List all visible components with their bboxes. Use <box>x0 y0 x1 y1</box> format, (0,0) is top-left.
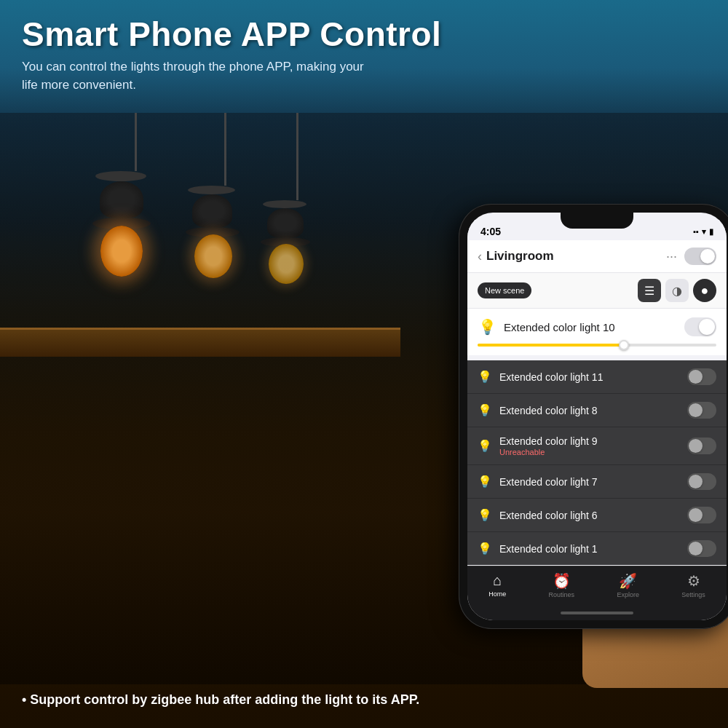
bottom-note: • Support control by zigbee hub after ad… <box>22 692 706 708</box>
lamp-chain-1 <box>120 113 151 277</box>
list-view-button[interactable]: ☰ <box>638 279 661 302</box>
light-item-left: 💡 Extended color light 1 <box>478 542 598 555</box>
light-item-left: 💡 Extended color light 8 <box>478 403 598 417</box>
featured-bulb-icon: 💡 <box>478 317 496 336</box>
list-item[interactable]: 💡 Extended color light 7 <box>467 465 727 498</box>
app-title: Livingroom <box>486 249 554 264</box>
brightness-fill <box>478 344 621 347</box>
status-time: 4:05 <box>480 226 501 237</box>
list-item[interactable]: 💡 Extended color light 9 Unreachable <box>467 427 727 464</box>
featured-toggle[interactable] <box>684 317 716 336</box>
main-title: Smart Phone APP Control <box>22 16 706 53</box>
light-item-name: Extended color light 9 <box>499 435 598 447</box>
nav-item-explore[interactable]: 🚀 Explore <box>617 572 639 598</box>
device-toggle[interactable] <box>687 473 716 490</box>
subtitle: You can control the lights through the p… <box>22 58 706 95</box>
brightness-thumb <box>619 340 629 350</box>
routines-icon: ⏰ <box>553 572 571 590</box>
device-toggle[interactable] <box>687 540 716 557</box>
nav-item-home[interactable]: ⌂ Home <box>488 572 506 598</box>
list-item[interactable]: 💡 Extended color light 11 <box>467 360 727 393</box>
status-bar-wrapper: 4:05 ▪▪ ▾ ▮ <box>467 213 727 240</box>
brightness-bar[interactable] <box>478 344 716 347</box>
lamp-chain-3 <box>284 113 310 284</box>
bulb-icon: 💡 <box>478 542 492 555</box>
light-list: 💡 Extended color light 11 💡 Extended col… <box>467 360 727 565</box>
top-header: Smart Phone APP Control You can control … <box>0 0 728 113</box>
notch <box>561 213 633 229</box>
featured-light: 💡 Extended color light 10 <box>467 309 727 360</box>
dots-menu-button[interactable]: ··· <box>666 249 677 264</box>
bottom-note-text: Support control by zigbee hub after addi… <box>30 692 416 707</box>
phone-screen: 4:05 ▪▪ ▾ ▮ ‹ Livingroom ··· <box>467 213 727 620</box>
app-header: ‹ Livingroom ··· <box>467 240 727 273</box>
light-item-name: Extended color light 11 <box>499 371 603 383</box>
back-button[interactable]: ‹ <box>478 249 482 264</box>
nav-item-routines[interactable]: ⏰ Routines <box>549 572 575 598</box>
bullet-point: • <box>22 692 30 707</box>
light-item-left: 💡 Extended color light 7 <box>478 475 598 488</box>
room-toggle[interactable] <box>684 248 716 265</box>
bottom-nav: ⌂ Home ⏰ Routines 🚀 Explore ⚙ Settings <box>467 566 727 606</box>
status-icons: ▪▪ ▾ ▮ <box>693 227 713 237</box>
light-item-left: 💡 Extended color light 6 <box>478 508 598 522</box>
nav-item-settings[interactable]: ⚙ Settings <box>681 572 705 598</box>
bar-railing <box>0 328 400 357</box>
app-toolbar: New scene ☰ ◑ ● <box>467 273 727 309</box>
bulb-icon: 💡 <box>478 403 492 417</box>
phone-outer: 4:05 ▪▪ ▾ ▮ ‹ Livingroom ··· <box>459 204 728 629</box>
settings-icon: ⚙ <box>687 572 700 590</box>
new-scene-button[interactable]: New scene <box>478 282 531 298</box>
app-header-right: ··· <box>666 248 716 265</box>
color-button[interactable]: ● <box>693 279 716 302</box>
device-toggle[interactable] <box>687 402 716 419</box>
bulb-icon: 💡 <box>478 475 492 488</box>
bulb-icon: 💡 <box>478 370 492 384</box>
nav-settings-label: Settings <box>681 591 705 598</box>
featured-light-row: 💡 Extended color light 10 <box>478 317 716 336</box>
list-item[interactable]: 💡 Extended color light 1 <box>467 532 727 565</box>
light-item-name: Extended color light 8 <box>499 405 598 416</box>
featured-light-name: Extended color light 10 <box>504 321 615 333</box>
nav-home-label: Home <box>488 590 506 598</box>
list-item[interactable]: 💡 Extended color light 8 <box>467 394 727 427</box>
light-item-name: Extended color light 7 <box>499 476 598 488</box>
phone: 4:05 ▪▪ ▾ ▮ ‹ Livingroom ··· <box>459 204 728 629</box>
light-item-name: Extended color light 1 <box>499 543 598 555</box>
light-item-left: 💡 Extended color light 11 <box>478 370 603 384</box>
home-indicator <box>467 606 727 620</box>
nav-explore-label: Explore <box>617 591 639 598</box>
lamp-chain-2 <box>211 113 240 278</box>
device-toggle[interactable] <box>687 368 716 385</box>
toolbar-icons: ☰ ◑ ● <box>638 279 716 302</box>
list-item[interactable]: 💡 Extended color light 6 <box>467 499 727 531</box>
bulb-icon: 💡 <box>478 508 492 522</box>
nav-routines-label: Routines <box>549 591 575 598</box>
device-toggle[interactable] <box>687 438 716 454</box>
palette-button[interactable]: ◑ <box>665 279 689 302</box>
home-bar <box>561 612 633 614</box>
featured-light-left: 💡 Extended color light 10 <box>478 317 615 336</box>
home-icon: ⌂ <box>493 572 502 589</box>
device-toggle[interactable] <box>687 507 716 523</box>
explore-icon: 🚀 <box>619 572 637 590</box>
light-item-status: Unreachable <box>499 448 598 456</box>
bottom-note-bold: . <box>416 692 419 707</box>
bulb-icon: 💡 <box>478 439 492 453</box>
light-item-left: 💡 Extended color light 9 Unreachable <box>478 435 598 456</box>
light-item-name: Extended color light 6 <box>499 510 598 521</box>
app-header-left: ‹ Livingroom <box>478 249 554 264</box>
